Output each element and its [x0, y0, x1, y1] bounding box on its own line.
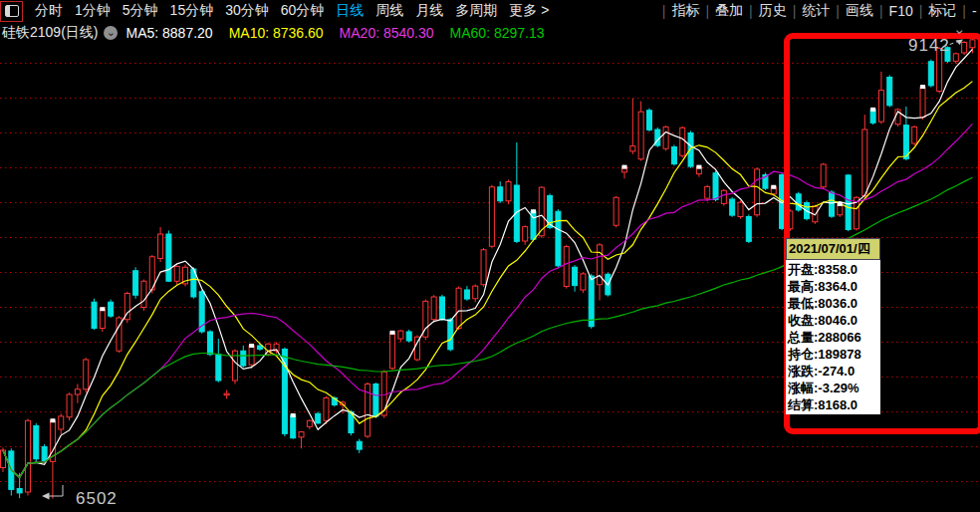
toolbar: 分时1分钟5分钟15分钟30分钟60分钟日线周线月线多周期更多 > |指标|叠加…: [0, 0, 980, 22]
button-指标[interactable]: 指标: [671, 2, 699, 20]
ma-value-MA10: MA10: 8736.60: [229, 25, 324, 41]
candle-down: [464, 290, 469, 299]
candle-down: [556, 211, 561, 266]
candle-down: [373, 384, 378, 416]
ma-value-MA20: MA20: 8540.30: [340, 25, 434, 41]
separator: |: [962, 3, 966, 19]
candle-up: [489, 187, 494, 247]
button-标记[interactable]: 标记: [928, 2, 956, 20]
candle-up: [25, 420, 30, 492]
tooltip-row-结算: 结算:8168.0: [788, 396, 880, 413]
candle-up: [174, 266, 179, 281]
candle-down: [34, 426, 39, 459]
candle-down: [671, 147, 676, 164]
candle-up: [299, 432, 304, 437]
chart-legend: 硅铁2109(日线) ⌄ MA5: 8887.20MA10: 8736.60MA…: [2, 22, 561, 44]
candle-down: [17, 489, 22, 493]
signal-marker: [50, 418, 55, 422]
tab-更多 >[interactable]: 更多 >: [509, 2, 549, 18]
candle-up: [75, 389, 80, 394]
candle-down: [646, 111, 651, 130]
separator: |: [662, 3, 666, 19]
split-layout-icon: [5, 5, 19, 17]
candle-up: [390, 333, 395, 369]
candle-up: [523, 227, 528, 241]
candle-up: [721, 190, 726, 203]
trading-app-window: 91426502 分时1分钟5分钟15分钟30分钟60分钟日线周线月线多周期更多…: [0, 0, 980, 512]
candle-up: [224, 393, 229, 395]
tab-周线[interactable]: 周线: [375, 2, 403, 18]
signal-marker: [771, 185, 776, 189]
candle-down: [573, 267, 578, 285]
candle-down: [498, 187, 503, 201]
button-F10[interactable]: F10: [889, 3, 913, 19]
tab-30分钟[interactable]: 30分钟: [225, 2, 269, 18]
tooltip-date: 2021/07/01/四: [786, 238, 880, 260]
tab-5分钟[interactable]: 5分钟: [122, 2, 158, 18]
separator: |: [749, 3, 753, 19]
candle-down: [713, 173, 718, 200]
tooltip-row-涨跌: 涨跌:-274.0: [788, 363, 880, 380]
low-price-label: 6502: [76, 489, 118, 508]
signal-marker: [100, 307, 105, 311]
signal-marker: [390, 331, 395, 335]
tab-分时[interactable]: 分时: [35, 2, 63, 18]
candle-down: [357, 441, 362, 449]
tooltip-row-涨幅: 涨幅:-3.29%: [788, 380, 880, 396]
tooltip-row-最低: 最低:8036.0: [788, 295, 880, 312]
candle-up: [456, 288, 461, 328]
tab-60分钟[interactable]: 60分钟: [281, 2, 325, 18]
candle-down: [730, 199, 735, 215]
separator: |: [879, 3, 883, 19]
candle-down: [589, 276, 594, 327]
tab-多周期[interactable]: 多周期: [455, 2, 497, 18]
separator: |: [705, 3, 709, 19]
tab-日线[interactable]: 日线: [336, 2, 364, 18]
candle-down: [109, 302, 114, 316]
low-arrow-head: [42, 493, 50, 500]
symbol-title: 硅铁2109(日线): [2, 24, 98, 42]
candle-down: [282, 350, 287, 434]
candle-down: [316, 413, 321, 423]
signal-marker: [531, 209, 536, 213]
tooltip-body: 开盘:8358.0最高:8364.0最低:8036.0收盘:8046.0总量:2…: [786, 260, 880, 414]
ma-value-MA60: MA60: 8297.13: [450, 25, 545, 41]
chevron-down-icon[interactable]: ⌄: [104, 26, 118, 40]
signal-marker: [291, 413, 296, 417]
candle-down: [92, 302, 97, 328]
candle-up: [481, 250, 486, 285]
candle-down: [448, 320, 453, 350]
signal-marker: [622, 165, 627, 169]
collapse-chevron-icon[interactable]: ⌄: [953, 20, 966, 38]
tooltip-row-总量: 总量:288066: [788, 329, 880, 346]
button-画线[interactable]: 画线: [846, 2, 873, 20]
button-叠加[interactable]: 叠加: [715, 2, 743, 20]
tab-1分钟[interactable]: 1分钟: [75, 2, 111, 18]
signal-marker: [249, 344, 254, 348]
clipped-button[interactable]: -: [972, 3, 980, 19]
candle-up: [598, 245, 603, 285]
tab-月线[interactable]: 月线: [415, 2, 443, 18]
separator: |: [836, 3, 840, 19]
period-tabs: 分时1分钟5分钟15分钟30分钟60分钟日线周线月线多周期更多 >: [29, 2, 555, 20]
tooltip-row-持仓: 持仓:189878: [788, 346, 880, 363]
toolbar-right-buttons: |指标|叠加|历史|统计|画线|F10|标记|-: [656, 2, 980, 20]
layout-button[interactable]: [0, 1, 23, 22]
candle-up: [663, 127, 668, 148]
button-历史[interactable]: 历史: [759, 2, 787, 20]
candle-down: [133, 271, 138, 296]
low-arrow-line: [48, 485, 63, 496]
tab-15分钟[interactable]: 15分钟: [170, 2, 214, 18]
candle-up: [324, 398, 329, 421]
candle-up: [506, 182, 511, 201]
candle-down: [257, 346, 262, 350]
candle-up: [59, 416, 64, 429]
candle-down: [406, 332, 411, 341]
candle-tooltip: 2021/07/01/四 开盘:8358.0最高:8364.0最低:8036.0…: [786, 238, 880, 414]
candle-up: [100, 309, 105, 328]
candle-down: [439, 297, 444, 320]
candle-up: [738, 202, 743, 216]
tooltip-row-开盘: 开盘:8358.0: [788, 261, 880, 278]
candle-up: [564, 247, 569, 287]
button-统计[interactable]: 统计: [802, 2, 830, 20]
